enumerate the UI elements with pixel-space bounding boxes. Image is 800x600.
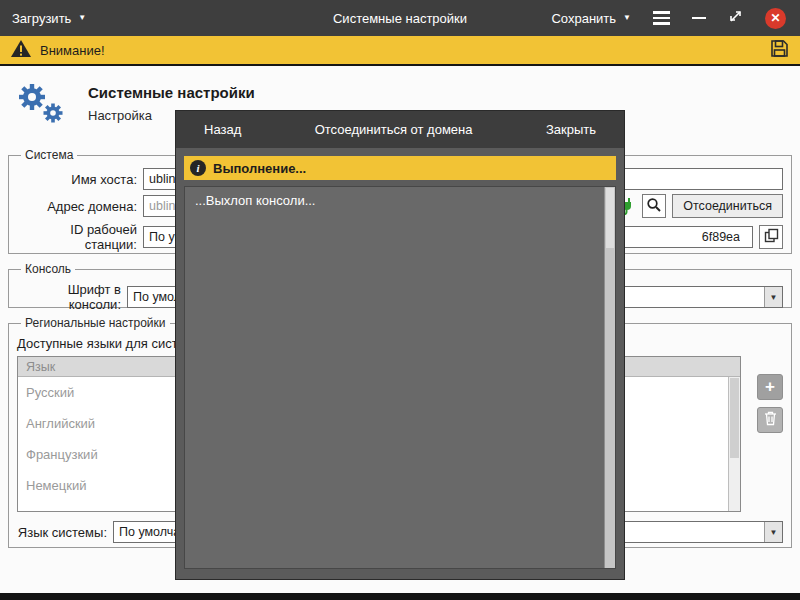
scrollbar-thumb[interactable] xyxy=(730,378,739,458)
save-button-label: Сохранить xyxy=(551,11,616,26)
gears-icon xyxy=(12,78,70,132)
domain-dialog: Назад Отсоединиться от домена Закрыть i … xyxy=(175,110,625,580)
system-legend: Система xyxy=(21,148,77,162)
copy-id-button[interactable] xyxy=(759,225,783,249)
trash-icon xyxy=(763,410,778,431)
search-icon xyxy=(646,197,662,216)
domain-label: Адрес домена: xyxy=(17,199,137,214)
console-scrollbar[interactable] xyxy=(604,187,615,568)
window-bottom-edge xyxy=(0,593,800,600)
resize-icon[interactable] xyxy=(728,9,743,28)
warning-icon xyxy=(10,39,32,61)
close-icon[interactable]: ✕ xyxy=(765,8,786,29)
titlebar-controls: Сохранить ▼ ✕ xyxy=(551,0,786,36)
system-language-label: Язык системы: xyxy=(17,525,107,540)
search-domain-button[interactable] xyxy=(642,194,666,218)
scrollbar-thumb[interactable] xyxy=(606,188,614,248)
chevron-down-icon[interactable]: ▼ xyxy=(764,287,782,307)
listbox-scrollbar[interactable] xyxy=(728,377,740,511)
info-icon: i xyxy=(190,160,206,176)
dialog-title: Отсоединиться от домена xyxy=(315,122,473,137)
language-list-buttons: + xyxy=(741,356,783,512)
workstation-id-input[interactable] xyxy=(623,226,753,248)
chevron-down-icon[interactable]: ▼ xyxy=(764,522,782,542)
console-legend: Консоль xyxy=(21,262,75,276)
dialog-close-button[interactable]: Закрыть xyxy=(546,122,596,137)
plus-icon: + xyxy=(765,377,775,397)
app-window: Загрузить ▼ Системные настройки Сохранит… xyxy=(0,0,800,600)
dialog-header: Назад Отсоединиться от домена Закрыть xyxy=(176,111,624,148)
save-button[interactable]: Сохранить ▼ xyxy=(551,0,631,36)
copy-icon xyxy=(763,227,780,247)
titlebar: Загрузить ▼ Системные настройки Сохранит… xyxy=(0,0,800,36)
minimize-icon[interactable] xyxy=(692,17,706,20)
save-file-icon xyxy=(769,38,790,62)
warning-bar: Внимание! xyxy=(0,36,800,66)
console-output-text: ...Выхлоп консоли... xyxy=(195,193,315,208)
add-language-button[interactable]: + xyxy=(757,374,783,400)
warning-text: Внимание! xyxy=(40,43,105,58)
page-title: Системные настройки xyxy=(88,84,255,101)
dialog-status-text: Выполнение... xyxy=(213,161,306,176)
dialog-status-bar: i Выполнение... xyxy=(184,156,616,180)
dialog-back-button[interactable]: Назад xyxy=(204,122,241,137)
save-settings-button[interactable] xyxy=(769,38,790,62)
workstation-label: ID рабочей станции: xyxy=(17,222,137,252)
chevron-down-icon: ▼ xyxy=(623,14,631,22)
disconnect-button[interactable]: Отсоединиться xyxy=(672,194,783,218)
delete-language-button[interactable] xyxy=(757,407,783,433)
menu-icon[interactable] xyxy=(653,11,670,25)
regional-legend: Региональные настройки xyxy=(21,316,170,330)
dialog-console-output: ...Выхлоп консоли... xyxy=(184,186,616,569)
console-font-label: Шрифт в консоли: xyxy=(17,282,121,312)
hostname-label: Имя хоста: xyxy=(17,172,137,187)
